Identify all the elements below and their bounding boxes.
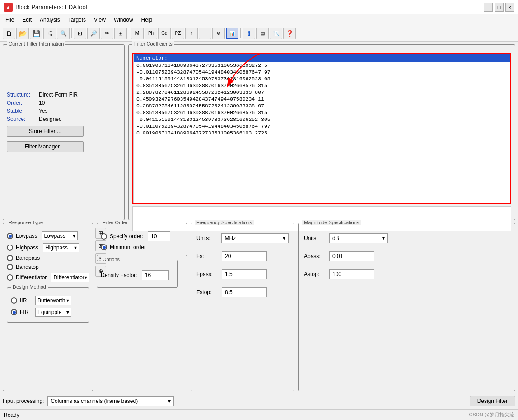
stable-value: Yes: [39, 108, 48, 114]
toolbar-step[interactable]: ⌐: [199, 28, 211, 39]
status-bar: Ready CSDN @岁月指尖流: [0, 409, 518, 420]
density-input[interactable]: [142, 270, 169, 280]
toolbar-separator-2: [129, 28, 129, 38]
filter-manager-button[interactable]: Filter Manager ...: [7, 141, 84, 152]
mag-units-combo[interactable]: dB ▾: [329, 233, 388, 243]
toolbar-zoom-region[interactable]: 🔍: [57, 28, 70, 39]
order-value: 10: [39, 100, 45, 106]
highpass-combo[interactable]: Highpass ▾: [43, 243, 79, 252]
units-row: Units: MHz ▾: [196, 233, 289, 243]
lowpass-label: Lowpass: [16, 233, 37, 239]
mag-specs-content: Units: dB ▾ Apass: Astop:: [302, 230, 511, 286]
design-method-options: IIR Butterworth ▾ FIR Equiripple ▾: [11, 294, 85, 318]
maximize-button[interactable]: □: [495, 3, 504, 12]
highpass-row: Highpass Highpass ▾: [7, 243, 89, 252]
toolbar-separator-1: [71, 28, 72, 38]
toolbar-fit-signal[interactable]: ⊞: [114, 28, 127, 39]
mag-units-row: Units: dB ▾: [304, 233, 509, 243]
coefficients-area[interactable]: Numerator: 0.001906713418890643727335310…: [133, 54, 510, 203]
fstop-row: Fstop:: [196, 287, 289, 297]
close-button[interactable]: ×: [505, 3, 514, 12]
iir-combo[interactable]: Butterworth ▾: [35, 296, 71, 305]
minimum-order-radio[interactable]: [101, 244, 107, 250]
coeff-row-3: 0.035130567532619630388701637002668576 3…: [134, 82, 510, 89]
menu-view[interactable]: View: [90, 16, 109, 24]
options-panel: Options Density Factor:: [97, 260, 178, 288]
menu-analysis[interactable]: Analysis: [36, 16, 64, 24]
toolbar-impulse[interactable]: ↑: [185, 28, 198, 39]
differentiator-radio[interactable]: [7, 274, 13, 281]
toolbar-help[interactable]: ❓: [283, 28, 296, 39]
toolbar-open[interactable]: 📂: [16, 28, 29, 39]
menu-file[interactable]: File: [2, 16, 18, 24]
window-controls: — □ ×: [484, 3, 514, 12]
astop-input[interactable]: [329, 269, 374, 279]
filter-order-group: Specify order: Minimum order: [101, 230, 183, 252]
fs-label: Fs:: [196, 253, 219, 259]
specify-order-input[interactable]: [148, 231, 170, 241]
minimize-button[interactable]: —: [484, 3, 493, 12]
fs-row: Fs:: [196, 251, 289, 261]
lowpass-combo[interactable]: Lowpass ▾: [42, 231, 78, 240]
density-label: Density Factor:: [101, 272, 137, 278]
menu-window[interactable]: Window: [110, 16, 137, 24]
bandpass-label: Bandpass: [16, 255, 40, 261]
toolbar-zoom-in[interactable]: 🔎: [87, 28, 100, 39]
bandstop-radio[interactable]: [7, 264, 13, 270]
order-options-col: Filter Order Specify order: Minimum orde…: [97, 223, 187, 391]
coeff-row-1: -0.0110752394328747054419448403450587647…: [134, 69, 510, 75]
toolbar-response-est[interactable]: 📉: [270, 28, 282, 39]
units-combo[interactable]: MHz ▾: [221, 233, 289, 243]
specify-order-radio[interactable]: [101, 233, 107, 240]
iir-radio[interactable]: [11, 297, 17, 304]
bandstop-label: Bandstop: [16, 264, 39, 270]
store-filter-button[interactable]: Store Filter ...: [7, 126, 84, 137]
menu-edit[interactable]: Edit: [19, 16, 35, 24]
lowpass-radio[interactable]: [7, 233, 13, 239]
toolbar-grpdelay[interactable]: Gd: [158, 28, 171, 39]
bandpass-radio[interactable]: [7, 255, 13, 261]
coeff-row-7: 0.035130567532619630388701637002668576 3…: [134, 109, 510, 116]
toolbar-magnitude[interactable]: M: [131, 28, 144, 39]
density-factor-row: Density Factor:: [101, 270, 174, 280]
toolbar-coeffs-view[interactable]: ⊛: [212, 28, 225, 39]
toolbar-filter-info[interactable]: 📊: [226, 28, 238, 39]
highpass-radio[interactable]: [7, 245, 13, 251]
toolbar-sptool[interactable]: ▤: [256, 28, 269, 39]
menu-bar: File Edit Analysis Targets View Window H…: [0, 14, 518, 25]
input-processing-combo[interactable]: Columns as channels (frame based) ▾: [47, 396, 174, 406]
filter-info: Structure: Direct-Form FIR Order: 10 Sta…: [7, 51, 121, 155]
apass-input[interactable]: [329, 251, 374, 261]
input-processing-row: Input processing: Columns as channels (f…: [3, 396, 515, 406]
options-title: Options: [101, 257, 121, 262]
fpass-input[interactable]: [222, 269, 267, 279]
menu-help[interactable]: Help: [138, 16, 156, 24]
coeff-row-9: -0.011075239432874705441944840345058764 …: [134, 123, 510, 129]
toolbar-print[interactable]: 🖨: [43, 28, 56, 39]
fstop-input[interactable]: [222, 287, 267, 297]
menu-targets[interactable]: Targets: [65, 16, 89, 24]
response-type-group: Lowpass Lowpass ▾ Highpass Highpass ▾: [7, 230, 89, 284]
fir-label: FIR: [20, 309, 33, 315]
toolbar-info[interactable]: ℹ: [243, 28, 255, 39]
mag-units-label: Units:: [304, 235, 327, 241]
app-logo: ▲: [4, 3, 13, 12]
differentiator-combo[interactable]: Differentiator ▾: [51, 273, 89, 282]
main-area: Current Filter Information Structure: Di…: [0, 42, 518, 409]
toolbar-zoom-fit[interactable]: ⊡: [74, 28, 86, 39]
toolbar-phase[interactable]: Ph: [145, 28, 157, 39]
coeff-row-6: 0.288782784611286924558726241230033338 0…: [134, 102, 510, 109]
toolbar-new[interactable]: 🗋: [3, 28, 15, 39]
source-label: Source:: [7, 116, 36, 122]
highpass-label: Highpass: [16, 245, 38, 251]
current-filter-panel: Current Filter Information Structure: Di…: [3, 44, 125, 220]
coeff-row-5: 0.450932479760354942843747494407580234 1…: [134, 96, 510, 102]
toolbar-save[interactable]: 💾: [30, 28, 42, 39]
fir-radio[interactable]: [11, 309, 17, 315]
fir-combo[interactable]: Equiripple ▾: [35, 308, 71, 317]
design-filter-button[interactable]: Design Filter: [470, 396, 515, 406]
title-bar-left: ▲ Block Parameters: FDATool: [4, 3, 87, 12]
toolbar-annotate[interactable]: ✏: [101, 28, 113, 39]
fs-input[interactable]: [222, 251, 267, 261]
toolbar-polezero[interactable]: PZ: [172, 28, 184, 39]
